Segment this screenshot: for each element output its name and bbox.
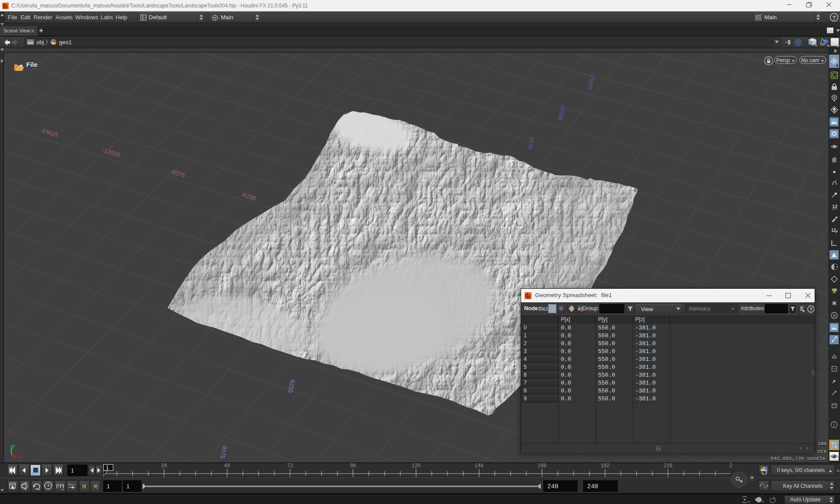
svg-text:168: 168 <box>538 462 546 469</box>
svg-text:120: 120 <box>412 462 420 469</box>
svg-text:144: 144 <box>475 462 483 469</box>
svg-text:48: 48 <box>224 462 230 469</box>
svg-text:72: 72 <box>287 462 293 469</box>
svg-text:96: 96 <box>350 462 356 469</box>
svg-text:192: 192 <box>601 462 609 469</box>
svg-text:2: 2 <box>729 462 732 469</box>
svg-text:24: 24 <box>161 462 167 469</box>
svg-text:216: 216 <box>664 462 672 469</box>
